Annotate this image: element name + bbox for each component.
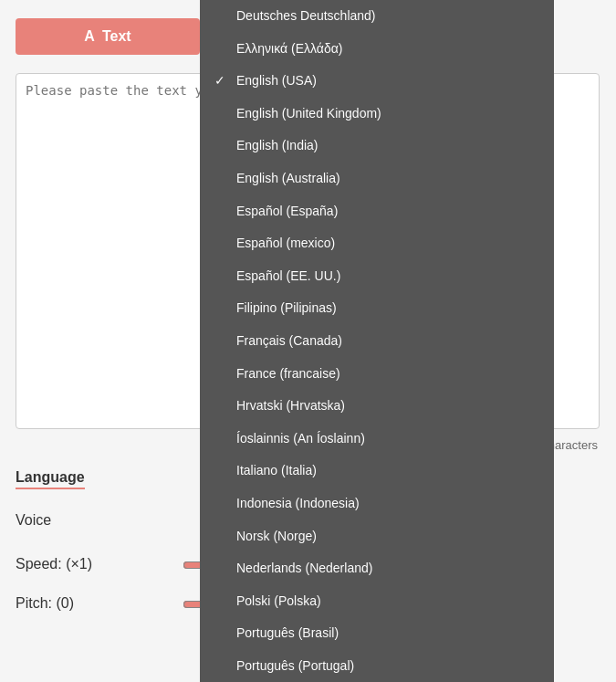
language-option-nederlands-nederland[interactable]: Nederlands (Nederland)	[200, 552, 554, 585]
language-option-english-uk[interactable]: English (United Kingdom)	[200, 98, 554, 131]
language-option-france-francaise[interactable]: France (francaise)	[200, 358, 554, 391]
language-option-label: France (francaise)	[236, 365, 340, 383]
language-option-label: Filipino (Pilipinas)	[236, 299, 337, 318]
language-option-label: Português (Brasil)	[236, 624, 339, 643]
language-option-label: English (United Kingdom)	[236, 105, 381, 123]
language-option-hrvatski-hrvatska[interactable]: Hrvatski (Hrvatska)	[200, 390, 554, 423]
language-option-label: Français (Canada)	[236, 332, 342, 351]
language-option-deutsches-deutschland[interactable]: Deutsches Deutschland)	[200, 0, 554, 33]
language-option-espanol-mexico[interactable]: Español (mexico)	[200, 227, 554, 260]
language-option-english-australia[interactable]: English (Australia)	[200, 163, 554, 195]
text-button[interactable]: A Text	[16, 18, 200, 55]
language-option-polski-polska[interactable]: Polski (Polska)	[200, 585, 554, 618]
language-option-label: Ελληνικά (Ελλάδα)	[236, 40, 342, 58]
checkmark-icon: ✓	[214, 72, 229, 90]
language-option-label: English (USA)	[236, 72, 317, 90]
language-option-label: Deutsches Deutschland)	[236, 7, 376, 26]
language-option-ellinika-ellada[interactable]: Ελληνικά (Ελλάδα)	[200, 33, 554, 66]
language-option-label: Español (EE. UU.)	[236, 268, 340, 286]
speed-label: Speed: (×1)	[16, 556, 92, 572]
language-option-filipino-pilipinas[interactable]: Filipino (Pilipinas)	[200, 292, 554, 325]
language-option-label: Español (mexico)	[236, 235, 335, 253]
language-option-label: Norsk (Norge)	[236, 528, 317, 546]
voice-label: Voice	[16, 512, 51, 529]
language-dropdown[interactable]: Deutsches Deutschland)Ελληνικά (Ελλάδα)✓…	[200, 0, 554, 682]
language-option-espanol-espana[interactable]: Español (España)	[200, 195, 554, 228]
language-option-ioslainnis[interactable]: Íoslainnis (An Íoslainn)	[200, 423, 554, 456]
language-option-label: Polski (Polska)	[236, 593, 321, 611]
language-option-espanol-eeuu[interactable]: Español (EE. UU.)	[200, 260, 554, 293]
language-option-francais-canada[interactable]: Français (Canada)	[200, 325, 554, 358]
text-icon: A	[84, 28, 95, 45]
language-option-label: Indonesia (Indonesia)	[236, 495, 360, 513]
language-option-norsk-norge[interactable]: Norsk (Norge)	[200, 520, 554, 553]
language-option-portugues-brasil[interactable]: Português (Brasil)	[200, 617, 554, 650]
language-option-indonesia-indonesia[interactable]: Indonesia (Indonesia)	[200, 488, 554, 520]
language-option-english-usa[interactable]: ✓English (USA)	[200, 65, 554, 98]
language-option-label: Hrvatski (Hrvatska)	[236, 397, 345, 415]
language-option-label: Italiano (Italia)	[236, 462, 317, 480]
language-label[interactable]: Language	[16, 469, 85, 489]
language-option-label: Português (Portugal)	[236, 657, 354, 676]
text-button-label: Text	[102, 28, 131, 45]
language-option-italiano-italia[interactable]: Italiano (Italia)	[200, 455, 554, 488]
language-option-label: Nederlands (Nederland)	[236, 560, 372, 578]
pitch-label: Pitch: (0)	[16, 595, 74, 612]
language-option-label: English (Australia)	[236, 170, 340, 188]
language-option-label: Español (España)	[236, 203, 338, 221]
language-option-portugues-portugal[interactable]: Português (Portugal)	[200, 650, 554, 682]
language-option-label: English (India)	[236, 137, 318, 155]
language-option-english-india[interactable]: English (India)	[200, 130, 554, 163]
language-option-label: Íoslainnis (An Íoslainn)	[236, 430, 365, 448]
